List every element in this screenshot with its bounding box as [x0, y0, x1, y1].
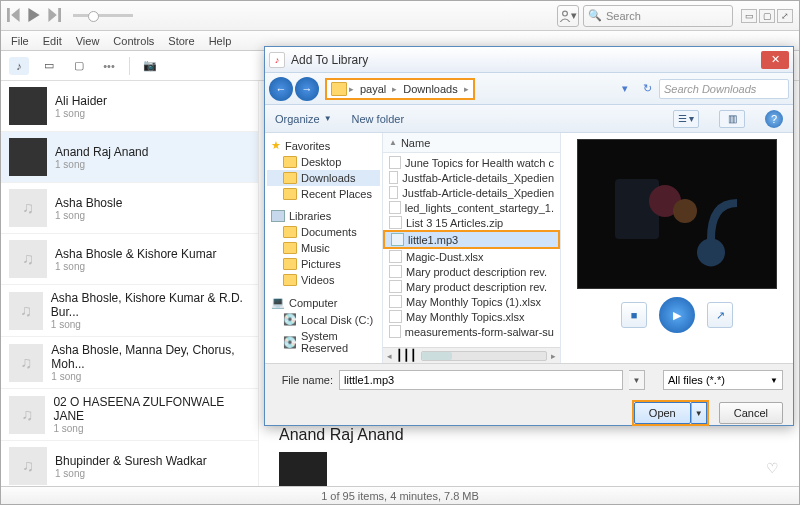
artist-song-count: 1 song [51, 319, 250, 330]
play-button[interactable] [27, 8, 41, 24]
file-list-header[interactable]: ▲Name [383, 133, 560, 153]
dialog-nav-bar: ← → ▸ payal ▸ Downloads ▸ ▾ ↻ Search Dow… [265, 73, 793, 105]
device-icon[interactable]: 📷 [140, 57, 160, 75]
preview-pane-button[interactable]: ▥ [719, 110, 745, 128]
artist-row[interactable]: ♫Bhupinder & Suresh Wadkar1 song [1, 441, 258, 486]
forward-button[interactable]: → [295, 77, 319, 101]
account-button[interactable]: ▾ [557, 5, 579, 27]
help-icon[interactable]: ? [765, 110, 783, 128]
filename-input[interactable]: little1.mp3 [339, 370, 623, 390]
file-row[interactable]: little1.mp3 [383, 230, 560, 249]
open-button[interactable]: Open [634, 402, 691, 424]
tree-item-localdisk[interactable]: 💽Local Disk (C:) [267, 311, 380, 328]
breadcrumb-seg[interactable]: payal [356, 83, 390, 95]
tree-item-videos[interactable]: Videos [267, 272, 380, 288]
tree-item-pictures[interactable]: Pictures [267, 256, 380, 272]
music-tab-icon[interactable]: ♪ [9, 57, 29, 75]
prev-location-button[interactable]: ▾ [615, 82, 635, 95]
dialog-search-input[interactable]: Search Downloads [659, 79, 789, 99]
new-folder-button[interactable]: New folder [352, 113, 405, 125]
prev-track-button[interactable] [7, 8, 21, 24]
artist-name: Bhupinder & Suresh Wadkar [55, 454, 207, 468]
organize-button[interactable]: Organize ▼ [275, 113, 332, 125]
tree-item-recent[interactable]: Recent Places [267, 186, 380, 202]
refresh-button[interactable]: ↻ [637, 82, 657, 95]
menu-edit[interactable]: Edit [37, 33, 68, 49]
more-tab-icon[interactable]: ••• [99, 57, 119, 75]
file-row[interactable]: measurements-form-salwar-su [383, 324, 560, 339]
file-name: Justfab-Article-details_Xpedien [402, 187, 554, 199]
file-icon [389, 280, 402, 293]
preview-pane: ■ ▶ ↗ [561, 133, 793, 363]
tree-computer[interactable]: 💻Computer [267, 294, 380, 311]
favorite-icon[interactable]: ♡ [766, 460, 779, 476]
artist-row[interactable]: ♫02 O HASEENA ZULFONWALE JANE1 song [1, 389, 258, 441]
volume-slider[interactable] [73, 14, 133, 17]
open-split-button[interactable]: ▼ [691, 402, 707, 424]
folder-tree[interactable]: ★Favorites Desktop Downloads Recent Plac… [265, 133, 383, 363]
artist-row[interactable]: ♫Asha Bhosle, Kishore Kumar & R.D. Bur..… [1, 285, 258, 337]
view-mode-button[interactable]: ☰ ▾ [673, 110, 699, 128]
artist-row[interactable]: ♫Asha Bhosle, Manna Dey, Chorus, Moh...1… [1, 337, 258, 389]
maximize-button[interactable]: ▢ [759, 9, 775, 23]
movies-tab-icon[interactable]: ▭ [39, 57, 59, 75]
menu-view[interactable]: View [70, 33, 106, 49]
file-row[interactable]: Magic-Dust.xlsx [383, 249, 560, 264]
file-icon [389, 186, 398, 199]
artist-song-count: 1 song [55, 108, 107, 119]
preview-play-button[interactable]: ▶ [659, 297, 695, 333]
file-row[interactable]: May Monthly Topics (1).xlsx [383, 294, 560, 309]
menu-file[interactable]: File [5, 33, 35, 49]
file-row[interactable]: June Topics for Health watch c [383, 155, 560, 170]
preview-stop-button[interactable]: ■ [621, 302, 647, 328]
tree-item-documents[interactable]: Documents [267, 224, 380, 240]
artist-name: Ali Haider [55, 94, 107, 108]
next-track-button[interactable] [47, 8, 61, 24]
artist-row[interactable]: Ali Haider1 song [1, 81, 258, 132]
preview-popout-button[interactable]: ↗ [707, 302, 733, 328]
file-row[interactable]: Justfab-Article-details_Xpedien [383, 185, 560, 200]
file-row[interactable]: May Monthly Topics.xlsx [383, 309, 560, 324]
menu-help[interactable]: Help [203, 33, 238, 49]
file-row[interactable]: Mary product description rev. [383, 264, 560, 279]
artist-song-count: 1 song [55, 261, 216, 272]
file-scrollbar[interactable]: ◂┃┃┃▸ [383, 347, 560, 363]
file-icon [389, 310, 402, 323]
filetype-select[interactable]: All files (*.*)▼ [663, 370, 783, 390]
itunes-icon: ♪ [269, 52, 285, 68]
file-row[interactable]: led_lights_content_startegy_1. [383, 200, 560, 215]
tree-item-sysres[interactable]: 💽System Reserved [267, 328, 380, 356]
back-button[interactable]: ← [269, 77, 293, 101]
tree-item-desktop[interactable]: Desktop [267, 154, 380, 170]
search-input[interactable]: 🔍 Search [583, 5, 733, 27]
file-name: little1.mp3 [408, 234, 458, 246]
artist-name: Asha Bhosle & Kishore Kumar [55, 247, 216, 261]
dialog-titlebar[interactable]: ♪ Add To Library ✕ [265, 47, 793, 73]
artist-list[interactable]: Ali Haider1 songAnand Raj Anand1 song♫As… [1, 81, 259, 486]
file-icon [389, 325, 401, 338]
tree-libraries[interactable]: Libraries [267, 208, 380, 224]
fullscreen-button[interactable]: ⤢ [777, 9, 793, 23]
close-button[interactable]: ✕ [761, 51, 789, 69]
cancel-button[interactable]: Cancel [719, 402, 783, 424]
breadcrumb[interactable]: ▸ payal ▸ Downloads ▸ [325, 78, 475, 100]
artist-row[interactable]: ♫Asha Bhosle & Kishore Kumar1 song [1, 234, 258, 285]
file-name: List 3 15 Articles.zip [406, 217, 503, 229]
tree-item-music[interactable]: Music [267, 240, 380, 256]
miniplayer-button[interactable]: ▭ [741, 9, 757, 23]
filename-history-button[interactable]: ▼ [629, 370, 645, 390]
tree-item-downloads[interactable]: Downloads [267, 170, 380, 186]
menu-store[interactable]: Store [162, 33, 200, 49]
menu-controls[interactable]: Controls [107, 33, 160, 49]
artist-row[interactable]: Anand Raj Anand1 song [1, 132, 258, 183]
breadcrumb-seg[interactable]: Downloads [399, 83, 461, 95]
artist-row[interactable]: ♫Asha Bhosle1 song [1, 183, 258, 234]
file-row[interactable]: Justfab-Article-details_Xpedien [383, 170, 560, 185]
search-placeholder: Search [606, 10, 641, 22]
dialog-toolbar: Organize ▼ New folder ☰ ▾ ▥ ? [265, 105, 793, 133]
file-row[interactable]: Mary product description rev. [383, 279, 560, 294]
tv-tab-icon[interactable]: ▢ [69, 57, 89, 75]
file-list[interactable]: ▲Name June Topics for Health watch cJust… [383, 133, 561, 363]
file-row[interactable]: List 3 15 Articles.zip [383, 215, 560, 230]
tree-favorites[interactable]: ★Favorites [267, 137, 380, 154]
